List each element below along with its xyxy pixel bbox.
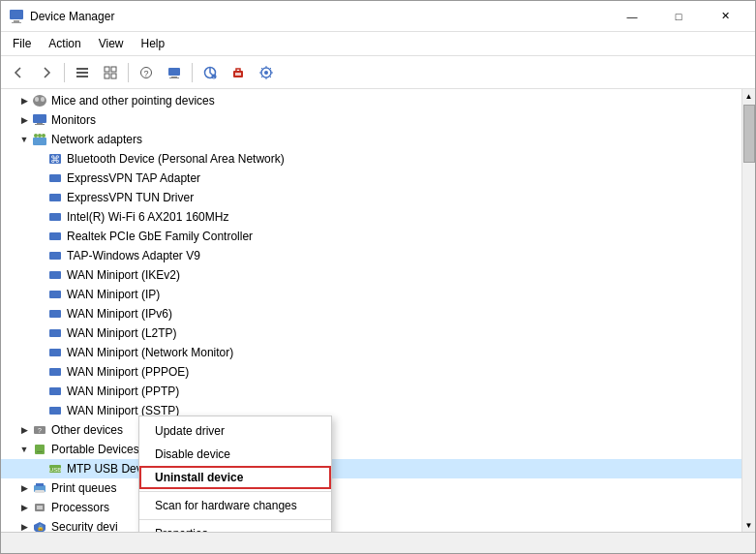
network-device-icon bbox=[47, 229, 63, 244]
device-manager-window: Device Manager — □ ✕ File Action View He… bbox=[0, 0, 756, 554]
toolbar-computer[interactable] bbox=[161, 59, 188, 86]
expand-print[interactable]: ▶ bbox=[16, 480, 32, 496]
print-icon bbox=[32, 480, 47, 496]
tree-item-wan-ipv6[interactable]: ▶ WAN Miniport (IPv6) bbox=[1, 304, 741, 323]
expand-security[interactable]: ▶ bbox=[16, 519, 32, 532]
tree-item-monitors[interactable]: ▶ Monitors bbox=[1, 110, 741, 130]
toolbar-uninstall[interactable] bbox=[225, 59, 252, 86]
ctx-separator-1 bbox=[139, 491, 331, 492]
ctx-scan-hardware[interactable]: Scan for hardware changes bbox=[139, 494, 331, 517]
tree-item-print[interactable]: ▶ Print queues bbox=[1, 478, 741, 498]
tree-item-intel-wifi[interactable]: ▶ Intel(R) Wi-Fi 6 AX201 160MHz bbox=[1, 207, 741, 227]
ctx-properties[interactable]: Properties bbox=[139, 522, 331, 532]
expressvpn-tap-label: ExpressVPN TAP Adapter bbox=[67, 171, 200, 185]
device-tree[interactable]: ▶ Mice and other pointing devices ▶ Moni… bbox=[1, 89, 741, 532]
tree-item-wan-ip[interactable]: ▶ WAN Miniport (IP) bbox=[1, 285, 741, 304]
network-device-icon bbox=[47, 345, 63, 360]
svg-rect-8 bbox=[105, 74, 109, 78]
svg-rect-6 bbox=[105, 67, 109, 72]
menu-view[interactable]: View bbox=[91, 34, 132, 53]
svg-rect-59 bbox=[37, 506, 43, 509]
svg-rect-46 bbox=[49, 368, 61, 376]
status-bar bbox=[1, 532, 755, 553]
mice-icon bbox=[32, 93, 47, 108]
svg-text:🔒: 🔒 bbox=[37, 524, 45, 532]
network-device-icon bbox=[47, 306, 63, 322]
toolbar-scan[interactable]: + bbox=[197, 59, 224, 86]
minimize-button[interactable]: — bbox=[610, 3, 654, 30]
usb-icon: USB bbox=[47, 461, 63, 477]
close-button[interactable]: ✕ bbox=[703, 3, 747, 30]
tree-item-wan-pptp[interactable]: ▶ WAN Miniport (PPTP) bbox=[1, 382, 741, 401]
wan-pppoe-label: WAN Miniport (PPPOE) bbox=[67, 365, 189, 379]
expand-portable[interactable]: ▼ bbox=[16, 442, 32, 457]
mice-label: Mice and other pointing devices bbox=[51, 94, 215, 108]
menu-help[interactable]: Help bbox=[134, 34, 173, 53]
tree-item-network[interactable]: ▼ Network adapters bbox=[1, 130, 741, 149]
toolbar-view-detail[interactable] bbox=[97, 59, 124, 86]
wan-netmon-label: WAN Miniport (Network Monitor) bbox=[67, 346, 233, 359]
tree-item-wan-l2tp[interactable]: ▶ WAN Miniport (L2TP) bbox=[1, 323, 741, 343]
network-device-icon bbox=[47, 325, 63, 341]
title-bar: Device Manager — □ ✕ bbox=[1, 1, 755, 32]
ctx-disable-device[interactable]: Disable device bbox=[139, 443, 331, 466]
expand-mice[interactable]: ▶ bbox=[16, 93, 32, 108]
tree-item-portable[interactable]: ▼ Portable Devices bbox=[1, 440, 741, 459]
svg-rect-29 bbox=[35, 124, 45, 125]
svg-rect-7 bbox=[111, 67, 116, 72]
network-device-icon bbox=[47, 364, 63, 380]
tree-item-wan-ikev2[interactable]: ▶ WAN Miniport (IKEv2) bbox=[1, 265, 741, 285]
tree-item-wan-sstp[interactable]: ▶ WAN Miniport (SSTP) bbox=[1, 401, 741, 420]
expand-monitors[interactable]: ▶ bbox=[16, 112, 32, 128]
network-device-icon bbox=[47, 267, 63, 283]
tree-item-bluetooth[interactable]: ▶ ⌘ Bluetooth Device (Personal Area Netw… bbox=[1, 149, 741, 169]
expressvpn-tun-label: ExpressVPN TUN Driver bbox=[67, 191, 194, 204]
scroll-thumb[interactable] bbox=[743, 105, 755, 163]
tree-item-tap-windows[interactable]: ▶ TAP-Windows Adapter V9 bbox=[1, 246, 741, 265]
wan-ip-label: WAN Miniport (IP) bbox=[67, 288, 160, 301]
svg-rect-47 bbox=[49, 387, 61, 395]
expand-network[interactable]: ▼ bbox=[16, 132, 32, 147]
wan-ipv6-label: WAN Miniport (IPv6) bbox=[67, 307, 172, 321]
toolbar-view-list[interactable] bbox=[69, 59, 96, 86]
toolbar-more[interactable] bbox=[253, 59, 280, 86]
expand-other[interactable]: ▶ bbox=[16, 422, 32, 438]
tree-item-other[interactable]: ▶ ? Other devices bbox=[1, 420, 741, 440]
ctx-uninstall-device[interactable]: Uninstall device bbox=[139, 466, 331, 489]
svg-rect-51 bbox=[35, 445, 45, 454]
window-controls: — □ ✕ bbox=[610, 3, 747, 30]
tree-item-expressvpn-tap[interactable]: ▶ ExpressVPN TAP Adapter bbox=[1, 169, 741, 188]
svg-rect-28 bbox=[37, 123, 43, 124]
tap-windows-label: TAP-Windows Adapter V9 bbox=[67, 249, 200, 262]
svg-rect-38 bbox=[49, 213, 61, 221]
network-icon bbox=[32, 132, 47, 147]
tree-item-security[interactable]: ▶ 🔒 Security devi bbox=[1, 517, 741, 532]
tree-item-wan-pppoe[interactable]: ▶ WAN Miniport (PPPOE) bbox=[1, 362, 741, 382]
svg-rect-27 bbox=[33, 114, 46, 123]
toolbar-forward[interactable] bbox=[33, 59, 60, 86]
svg-rect-36 bbox=[49, 174, 61, 182]
wan-pptp-label: WAN Miniport (PPTP) bbox=[67, 385, 179, 398]
tree-item-realtek[interactable]: ▶ Realtek PCIe GbE Family Controller bbox=[1, 227, 741, 246]
svg-rect-14 bbox=[169, 77, 179, 78]
security-icon: 🔒 bbox=[32, 519, 47, 532]
tree-item-wan-netmon[interactable]: ▶ WAN Miniport (Network Monitor) bbox=[1, 343, 741, 362]
expand-processors[interactable]: ▶ bbox=[16, 500, 32, 515]
wan-l2tp-label: WAN Miniport (L2TP) bbox=[67, 326, 177, 340]
menu-action[interactable]: Action bbox=[41, 34, 88, 53]
toolbar-help[interactable]: ? bbox=[133, 59, 160, 86]
vertical-scrollbar[interactable]: ▲ ▼ bbox=[741, 89, 755, 532]
tree-item-processors[interactable]: ▶ Processors bbox=[1, 498, 741, 517]
scroll-up-arrow[interactable]: ▲ bbox=[742, 89, 756, 103]
title-bar-left: Device Manager bbox=[9, 9, 114, 24]
svg-rect-40 bbox=[49, 252, 61, 260]
ctx-update-driver[interactable]: Update driver bbox=[139, 419, 331, 443]
menu-file[interactable]: File bbox=[5, 34, 39, 53]
scroll-down-arrow[interactable]: ▼ bbox=[742, 518, 756, 532]
maximize-button[interactable]: □ bbox=[656, 3, 701, 30]
portable-icon bbox=[32, 442, 47, 457]
toolbar-back[interactable] bbox=[5, 59, 32, 86]
tree-item-mtp-usb[interactable]: ▶ USB MTP USB Device bbox=[1, 459, 741, 478]
tree-item-expressvpn-tun[interactable]: ▶ ExpressVPN TUN Driver bbox=[1, 188, 741, 207]
tree-item-mice[interactable]: ▶ Mice and other pointing devices bbox=[1, 91, 741, 110]
